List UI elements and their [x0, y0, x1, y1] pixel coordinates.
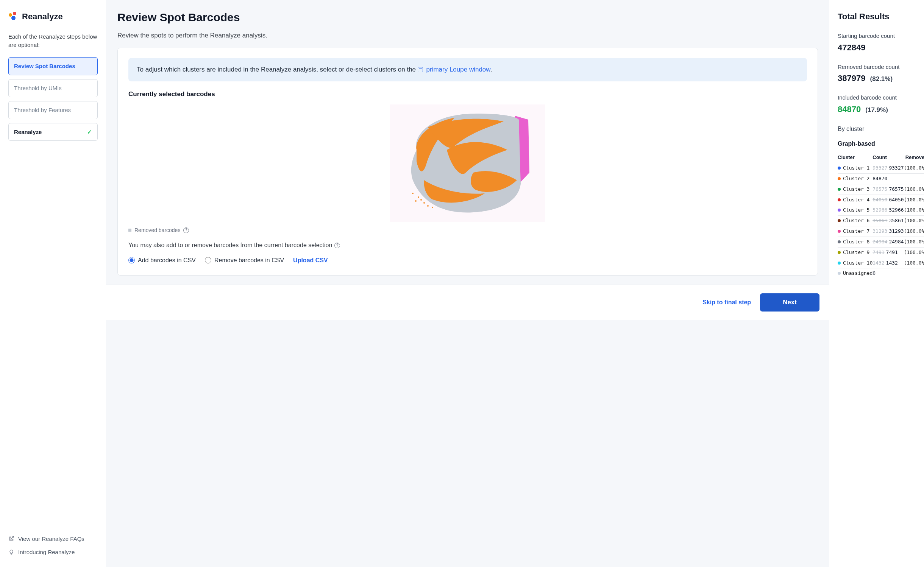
modify-text-label: You may also add to or remove barcodes f… [128, 241, 332, 249]
cluster-row: Cluster 1014321432(100.0%) [838, 258, 924, 268]
cluster-dot-icon [838, 262, 841, 265]
graph-based-heading: Graph-based [838, 139, 916, 148]
cluster-dot-icon [838, 240, 841, 243]
included-pct: (17.9%) [865, 106, 888, 114]
tissue-image-wrap [128, 104, 807, 222]
cluster-row: Cluster 73129331293(100.0%) [838, 226, 924, 237]
th-count: Count [872, 153, 904, 163]
svg-point-2 [420, 199, 422, 201]
results-title: Total Results [838, 11, 916, 23]
th-cluster: Cluster [838, 153, 872, 163]
lightbulb-icon [8, 549, 14, 555]
check-icon: ✓ [87, 128, 92, 136]
csv-controls: Add barcodes in CSV Remove barcodes in C… [128, 256, 807, 265]
svg-point-6 [432, 207, 433, 208]
cluster-row: Cluster 974917491(100.0%) [838, 247, 924, 258]
cluster-dot-icon [838, 167, 841, 170]
page-subtitle: Review the spots to perform the Reanalyz… [117, 31, 818, 40]
step-threshold-features[interactable]: Threshold by Features [8, 101, 98, 119]
step-label: Reanalyze [14, 128, 42, 136]
step-label: Threshold by UMIs [14, 84, 62, 92]
page-title: Review Spot Barcodes [117, 9, 818, 26]
svg-point-5 [427, 205, 429, 207]
removed-number: 387979 [838, 73, 865, 83]
radio-add-input[interactable] [128, 257, 135, 263]
banner-pre: To adjust which clusters are included in… [137, 66, 418, 73]
svg-point-1 [418, 196, 419, 198]
radio-remove-input[interactable] [205, 257, 211, 263]
cluster-dot-icon [838, 219, 841, 222]
removed-value: 387979 (82.1%) [838, 72, 916, 84]
footer-bar: Skip to final step Next [106, 285, 829, 320]
included-label: Included barcode count [838, 93, 916, 102]
review-card: To adjust which clusters are included in… [117, 48, 818, 276]
step-label: Review Spot Barcodes [14, 62, 75, 70]
next-button[interactable]: Next [760, 293, 819, 312]
cluster-row: Cluster 19332793327(100.0%) [838, 163, 924, 174]
cluster-dot-icon [838, 198, 841, 201]
cluster-dot-icon [838, 177, 841, 180]
results-panel: Total Results Starting barcode count 472… [829, 0, 924, 567]
info-banner: To adjust which clusters are included in… [128, 58, 807, 81]
radio-add-barcodes[interactable]: Add barcodes in CSV [128, 256, 196, 265]
cluster-row: Cluster 63586135861(100.0%) [838, 216, 924, 226]
help-icon[interactable]: ? [183, 227, 189, 233]
included-number: 84870 [838, 104, 861, 114]
help-icon[interactable]: ? [334, 243, 340, 248]
window-icon [418, 67, 423, 72]
cluster-dot-icon [838, 209, 841, 212]
cluster-row: Cluster 2848700 [838, 173, 924, 184]
skip-link[interactable]: Skip to final step [702, 298, 751, 307]
sidebar-description: Each of the Reanalyze steps below are op… [8, 33, 98, 49]
sidebar: Reanalyze Each of the Reanalyze steps be… [0, 0, 106, 567]
cluster-row: Cluster 82498424984(100.0%) [838, 237, 924, 247]
brand-logo-icon [8, 12, 18, 22]
by-cluster-label: By cluster [838, 125, 916, 133]
sidebar-footer: View our Reanalyze FAQs Introducing Rean… [8, 535, 98, 557]
step-label: Threshold by Features [14, 106, 71, 114]
steps-list: Review Spot Barcodes Threshold by UMIs T… [8, 57, 98, 141]
radio-add-label: Add barcodes in CSV [138, 256, 196, 265]
brand-title: Reanalyze [22, 11, 63, 23]
primary-loupe-link[interactable]: primary Loupe window [426, 66, 490, 73]
intro-link[interactable]: Introducing Reanalyze [8, 548, 98, 556]
selected-barcodes-heading: Currently selected barcodes [128, 90, 807, 99]
removed-label: Removed barcode count [838, 63, 916, 71]
th-removed: Removed [904, 153, 924, 163]
main-content: Review Spot Barcodes Review the spots to… [106, 0, 829, 567]
legend-swatch-icon [128, 229, 131, 232]
step-review-spot-barcodes[interactable]: Review Spot Barcodes [8, 57, 98, 75]
cluster-row: Cluster 55296652966(100.0%) [838, 205, 924, 216]
svg-point-4 [423, 202, 425, 204]
starting-value: 472849 [838, 42, 916, 54]
cluster-dot-icon [838, 188, 841, 191]
brand: Reanalyze [8, 11, 98, 23]
svg-point-7 [412, 193, 414, 194]
removed-legend: Removed barcodes ? [128, 226, 807, 234]
cluster-dot-icon [838, 272, 841, 275]
intro-label: Introducing Reanalyze [18, 548, 75, 556]
cluster-row: Cluster 37657576575(100.0%) [838, 184, 924, 195]
radio-remove-label: Remove barcodes in CSV [214, 256, 284, 265]
removed-pct: (82.1%) [870, 75, 893, 83]
step-reanalyze[interactable]: Reanalyze ✓ [8, 123, 98, 141]
svg-point-3 [415, 200, 417, 202]
included-value: 84870 (17.9%) [838, 103, 916, 115]
radio-remove-barcodes[interactable]: Remove barcodes in CSV [205, 256, 284, 265]
banner-post: . [490, 66, 492, 73]
external-link-icon [8, 536, 14, 542]
faq-label: View our Reanalyze FAQs [18, 535, 84, 543]
step-threshold-umis[interactable]: Threshold by UMIs [8, 79, 98, 97]
modify-help-text: You may also add to or remove barcodes f… [128, 241, 807, 249]
upload-csv-link[interactable]: Upload CSV [293, 256, 328, 265]
starting-label: Starting barcode count [838, 32, 916, 40]
cluster-dot-icon [838, 251, 841, 254]
cluster-dot-icon [838, 230, 841, 233]
cluster-table: Cluster Count Removed Cluster 1933279332… [838, 153, 924, 279]
tissue-image [390, 104, 545, 222]
removed-legend-label: Removed barcodes [134, 226, 180, 234]
cluster-row: Cluster 46405064050(100.0%) [838, 195, 924, 205]
faq-link[interactable]: View our Reanalyze FAQs [8, 535, 98, 543]
cluster-row: Unassigned00 [838, 268, 924, 279]
